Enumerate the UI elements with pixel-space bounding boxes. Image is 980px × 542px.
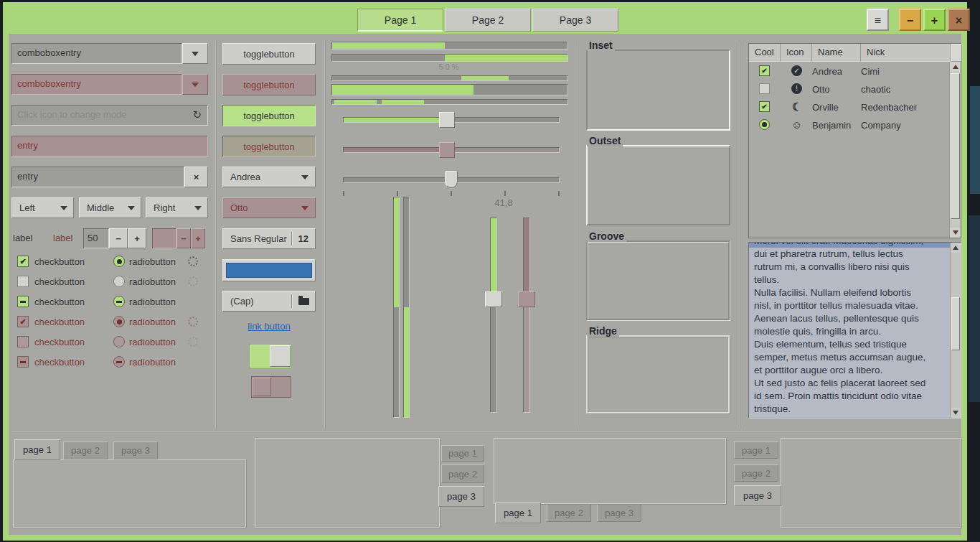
textview[interactable]: Morbi vel elit erat. Maecenas dignissim,… [748,242,961,419]
notebook2-tab-page2[interactable]: page 2 [441,464,484,483]
font-button[interactable]: Sans Regular 12 [222,228,316,249]
scroll-down-button[interactable] [951,408,961,418]
frame-label-ridge: Ridge [587,325,619,337]
notebook4-tab-page2[interactable]: page 2 [734,464,778,482]
tree-cell-name[interactable]: Otto [812,80,830,98]
desktop-fragment [969,215,980,402]
scroll-up-button[interactable] [951,243,961,253]
titlebar-tab-page3[interactable]: Page 3 [532,9,618,32]
label-disabled: label [53,233,72,243]
tree-column-header-icon[interactable]: Icon [781,44,812,62]
notebook1-tab-page3[interactable]: page 3 [113,441,158,459]
tree-scrollbar-header [951,44,962,62]
close-button[interactable]: × [948,9,970,31]
spin-plus-button[interactable]: + [128,228,146,248]
link-button[interactable]: link button [222,321,316,332]
tree-cell-name[interactable]: Benjamin [812,116,851,134]
scroll-up-button[interactable] [950,62,961,72]
tree-column-header-name[interactable]: Name [812,44,861,62]
comboboxentry-dropdown-button[interactable] [182,43,208,64]
minimize-icon: − [907,14,913,27]
minimize-button[interactable]: − [899,9,921,31]
notebook3-tab-page3[interactable]: page 3 [597,504,641,522]
notebook1-tab-page2[interactable]: page 2 [63,441,108,459]
titlebar[interactable]: Page 1 Page 2 Page 3 ≡ − + × [3,2,967,34]
text-line: Ut sed justo ac felis placerat laoreet s… [749,377,950,390]
tree-radio-selected[interactable] [759,119,770,130]
tree-checkbox-checked[interactable]: ✔ [759,101,770,112]
tree-column-header-nick[interactable]: Nick [861,44,951,62]
minus-icon: − [116,233,121,244]
text-line: semper, metus metus accumsan augue, [749,351,950,364]
icon-entry[interactable]: Click icon to change mode ↻ [11,105,208,126]
notebook4-tab-page1[interactable]: page 1 [734,441,778,459]
checkbox-checked[interactable]: ✔ [17,256,29,267]
frame-ridge [586,335,730,414]
combobox-andrea[interactable]: Andrea [222,167,316,187]
comboboxentry-input[interactable]: comboboxentry [11,43,182,64]
vscale-trough[interactable] [490,218,497,413]
tree-cell-nick[interactable]: Company [861,116,901,134]
tree-cell-nick[interactable]: Cimi [861,62,880,80]
tree-cell-name[interactable]: Orville [812,98,839,116]
hscale-knob [439,142,455,158]
tree-cell-name[interactable]: Andrea [812,62,842,80]
togglebutton-normal[interactable]: togglebutton [222,43,316,65]
hscale[interactable] [343,111,560,129]
switch-on[interactable] [249,344,292,368]
tree-cell-nick[interactable]: Redenbacher [861,98,917,116]
tree-cell-nick[interactable]: chaotic [861,80,890,98]
checkbutton-label-disabled: checkbutton [34,357,85,368]
color-button[interactable] [222,259,316,281]
notebook4-tab-page3[interactable]: page 3 [734,485,781,506]
vscale-knob[interactable] [485,291,502,307]
hscale-shield-knob[interactable] [445,171,458,188]
radio-mixed[interactable] [113,296,125,307]
radio-unselected[interactable] [113,276,125,287]
radio-dot [117,259,122,264]
titlebar-tab-page2[interactable]: Page 2 [445,9,531,32]
file-chooser-button[interactable]: (Cap) [222,291,316,312]
notebook3-tab-page1[interactable]: page 1 [495,503,541,523]
combobox-middle[interactable]: Middle [79,197,141,218]
scrollbar-thumb[interactable] [951,73,960,219]
tree-checkbox-checked[interactable]: ✔ [759,65,770,76]
hscale-knob[interactable] [439,112,455,128]
entry-with-clear[interactable]: entry [11,167,184,187]
combobox-right[interactable]: Right [146,197,208,218]
switch-knob[interactable] [270,345,291,367]
tree-scrollbar[interactable] [949,62,961,238]
scrollbar-thumb[interactable] [951,297,960,350]
chevron-down-icon [60,206,67,210]
spin-minus-button[interactable]: − [109,228,128,248]
togglebutton-active[interactable]: togglebutton [222,105,316,126]
spin-plus-button-disabled: + [191,228,205,248]
hscale-fill [344,148,447,152]
checkbox-unchecked[interactable] [17,276,29,287]
label: label [13,233,32,243]
check-icon: ✔ [19,317,26,327]
notebook2-tab-page1[interactable]: page 1 [441,445,484,462]
progressbar-left [331,42,568,50]
maximize-button[interactable]: + [923,9,946,31]
spinbutton-value[interactable]: 50 [83,228,109,248]
tree-column-header-cool[interactable]: Cool [749,44,781,62]
togglebutton-label: togglebutton [243,111,295,121]
vscale[interactable] [485,218,502,413]
radio-selected[interactable] [113,256,125,267]
frame-label-outset: Outset [587,135,623,146]
scale-mark [558,191,560,196]
notebook2-tab-page3[interactable]: page 3 [438,486,484,507]
textview-scrollbar[interactable] [950,243,961,418]
clear-entry-button[interactable]: × [184,167,208,187]
refresh-icon[interactable]: ↻ [192,108,202,121]
menu-button[interactable]: ≡ [867,9,889,31]
combobox-left[interactable]: Left [11,197,74,218]
titlebar-tab-page1[interactable]: Page 1 [357,9,443,32]
notebook3-tab-page2[interactable]: page 2 [547,504,591,522]
tree-checkbox-unchecked[interactable] [759,83,770,94]
hscale-marks[interactable] [343,171,560,188]
checkbox-mixed[interactable] [17,296,29,307]
notebook1-tab-page1[interactable]: page 1 [14,439,60,460]
scroll-down-button[interactable] [950,228,961,238]
